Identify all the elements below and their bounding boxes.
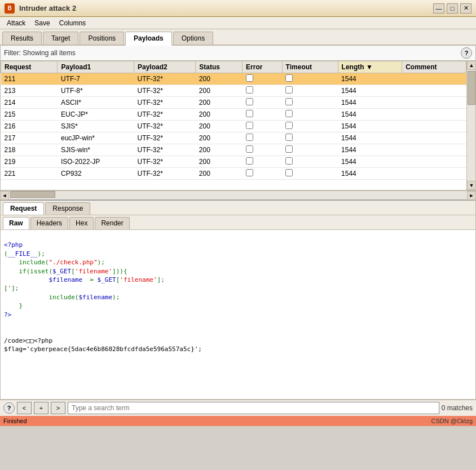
tab-results[interactable]: Results <box>2 32 42 45</box>
col-header-request[interactable]: Request <box>1 61 58 73</box>
menu-columns[interactable]: Columns <box>55 18 90 28</box>
filter-bar: Filter: Showing all items ? <box>0 46 476 61</box>
sub-tab-request[interactable]: Request <box>3 202 44 215</box>
app-icon: B <box>5 3 15 14</box>
col-header-length[interactable]: Length ▼ <box>338 61 402 73</box>
search-input[interactable] <box>68 402 439 414</box>
table-row[interactable]: 211UTF-7UTF-32*2001544 <box>1 73 466 85</box>
scroll-down-arrow[interactable]: ▼ <box>467 181 476 190</box>
search-add-button[interactable]: + <box>34 402 49 414</box>
minimize-button[interactable]: — <box>433 3 444 14</box>
table-row[interactable]: 215EUC-JP*UTF-32*2001544 <box>1 109 466 121</box>
content-tab-bar: Raw Headers Hex Render <box>1 215 475 230</box>
h-scroll-left[interactable]: ◄ <box>0 191 9 200</box>
col-header-status[interactable]: Status <box>196 61 243 73</box>
table-row[interactable]: 213UTF-8*UTF-32*2001544 <box>1 85 466 97</box>
match-count: 0 matches <box>442 404 473 412</box>
close-button[interactable]: ✕ <box>460 3 471 14</box>
scroll-thumb[interactable] <box>468 71 475 105</box>
menu-save[interactable]: Save <box>30 18 54 28</box>
col-header-payload1[interactable]: Payload1 <box>58 61 134 73</box>
code-display-area[interactable]: <?php(__FILE__); include("./check.php");… <box>1 230 475 399</box>
content-tab-hex[interactable]: Hex <box>69 217 94 229</box>
menu-bar: Attack Save Columns <box>0 17 476 29</box>
content-tab-render[interactable]: Render <box>95 217 129 229</box>
filter-text: Filter: Showing all items <box>4 49 457 57</box>
tab-payloads[interactable]: Payloads <box>125 32 172 46</box>
table-row[interactable]: 218SJIS-win*UTF-32*2001544 <box>1 144 466 156</box>
sub-tab-response[interactable]: Response <box>45 202 90 215</box>
content-tab-headers[interactable]: Headers <box>30 217 68 229</box>
tab-positions[interactable]: Positions <box>80 32 124 45</box>
search-next-button[interactable]: > <box>51 402 65 414</box>
search-help-button[interactable]: ? <box>3 402 15 414</box>
col-header-payload2[interactable]: Payload2 <box>134 61 195 73</box>
sub-tab-bar: Request Response <box>1 201 475 215</box>
h-scroll-right[interactable]: ► <box>467 191 476 200</box>
table-horizontal-scrollbar[interactable]: ◄ ► <box>0 190 476 199</box>
scroll-up-arrow[interactable]: ▲ <box>467 61 476 70</box>
status-bar: Finished CSDN @Cktzg <box>0 416 476 426</box>
table-row[interactable]: 217eucJP-win*UTF-32*2001544 <box>1 132 466 144</box>
table-row[interactable]: 214ASCII*UTF-32*2001544 <box>1 97 466 109</box>
window-title: Intruder attack 2 <box>19 4 429 12</box>
content-tab-raw[interactable]: Raw <box>3 217 29 229</box>
window-controls: — □ ✕ <box>433 3 471 14</box>
maximize-button[interactable]: □ <box>447 3 458 14</box>
h-scroll-thumb[interactable] <box>10 191 55 198</box>
h-scroll-track[interactable] <box>9 190 467 201</box>
search-prev-button[interactable]: < <box>17 402 32 414</box>
filter-help-button[interactable]: ? <box>461 47 472 59</box>
table-vertical-scrollbar[interactable]: ▲ ▼ <box>466 61 475 190</box>
table-row[interactable]: 221CP932UTF-32*2001544 <box>1 168 466 180</box>
status-text: Finished <box>3 418 27 424</box>
table-row[interactable]: 216SJIS*UTF-32*2001544 <box>1 121 466 132</box>
tab-target[interactable]: Target <box>43 32 78 45</box>
results-table-container: Request Payload1 Payload2 Status Error T… <box>0 61 476 190</box>
results-table: Request Payload1 Payload2 Status Error T… <box>1 61 466 180</box>
search-bar: ? < + > 0 matches <box>0 400 476 416</box>
tab-options[interactable]: Options <box>173 32 213 45</box>
table-scroll-area[interactable]: Request Payload1 Payload2 Status Error T… <box>1 61 466 190</box>
table-row[interactable]: 219ISO-2022-JPUTF-32*2001544 <box>1 156 466 168</box>
status-credit: CSDN @Cktzg <box>431 418 473 424</box>
bottom-panel: Request Response Raw Headers Hex Render … <box>0 199 476 400</box>
col-header-timeout[interactable]: Timeout <box>282 61 338 73</box>
col-header-comment[interactable]: Comment <box>402 61 466 73</box>
title-bar: B Intruder attack 2 — □ ✕ <box>0 0 476 17</box>
main-tab-bar: Results Target Positions Payloads Option… <box>0 29 476 46</box>
menu-attack[interactable]: Attack <box>2 18 30 28</box>
col-header-error[interactable]: Error <box>243 61 283 73</box>
